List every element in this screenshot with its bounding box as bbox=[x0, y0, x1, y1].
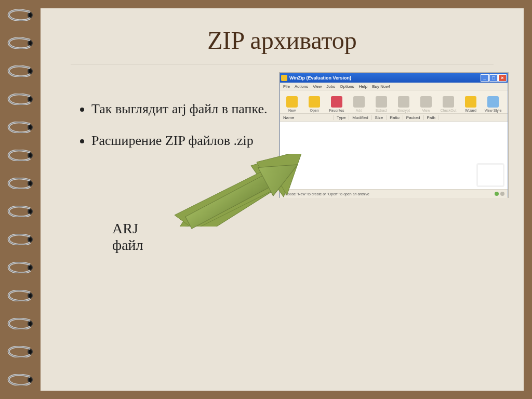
spiral-ring bbox=[4, 206, 37, 217]
column-header[interactable]: Packed bbox=[406, 115, 424, 120]
view-icon bbox=[420, 96, 432, 108]
column-header[interactable]: Ratio bbox=[390, 115, 403, 120]
extract-icon bbox=[376, 96, 387, 108]
wizard-icon bbox=[465, 96, 476, 108]
status-led-icon bbox=[500, 192, 504, 196]
close-button[interactable]: × bbox=[498, 74, 507, 82]
menu-bar[interactable]: FileActionsViewJobsOptionsHelpBuy Now! bbox=[280, 83, 508, 90]
winzip-watermark-icon bbox=[476, 163, 504, 187]
spiral-ring bbox=[4, 122, 37, 133]
svg-point-17 bbox=[29, 237, 32, 242]
menu-item[interactable]: View bbox=[313, 84, 322, 89]
minimize-button[interactable]: _ bbox=[481, 74, 489, 82]
app-icon bbox=[281, 75, 287, 81]
svg-point-11 bbox=[29, 153, 32, 157]
toolbar-label: Add bbox=[356, 109, 362, 112]
column-headers[interactable]: NameTypeModifiedSizeRatioPackedPath bbox=[280, 114, 508, 122]
svg-rect-30 bbox=[185, 175, 270, 229]
view-style-icon bbox=[487, 96, 499, 108]
svg-point-23 bbox=[29, 322, 32, 326]
toolbar-label: New bbox=[288, 109, 296, 112]
spiral-binding bbox=[0, 0, 41, 399]
spiral-ring bbox=[4, 262, 37, 273]
slide-content: Так выглядит arj файл в папке. Расширени… bbox=[41, 64, 524, 355]
new-icon bbox=[286, 96, 298, 108]
svg-point-9 bbox=[29, 125, 32, 129]
slide-body: ZIP архиватор Так выглядит arj файл в па… bbox=[41, 8, 524, 391]
bullet-list: Так выглядит arj файл в папке. Расширени… bbox=[71, 101, 289, 164]
toolbar-checkout-button: CheckOut bbox=[437, 91, 459, 113]
spiral-ring bbox=[4, 150, 37, 161]
toolbar-label: View Style bbox=[485, 109, 502, 112]
titlebar: WinZip (Evaluation Version) _ □ × bbox=[280, 73, 508, 83]
svg-point-25 bbox=[29, 350, 32, 354]
svg-point-7 bbox=[29, 97, 32, 101]
toolbar-add-button: Add bbox=[348, 91, 370, 113]
favorites-icon bbox=[331, 96, 342, 108]
spiral-ring bbox=[4, 65, 37, 77]
spiral-ring bbox=[4, 318, 37, 329]
spiral-ring bbox=[4, 374, 37, 385]
toolbar-favorites-button[interactable]: Favorites bbox=[326, 91, 348, 113]
bullet-item: Так выглядит arj файл в папке. bbox=[91, 101, 289, 118]
spiral-ring bbox=[4, 346, 37, 357]
winzip-window: WinZip (Evaluation Version) _ □ × FileAc… bbox=[280, 73, 508, 197]
svg-point-19 bbox=[29, 265, 32, 270]
toolbar-label: View bbox=[422, 109, 430, 112]
slide-title: ZIP архиватор bbox=[41, 26, 524, 55]
toolbar-label: Encrypt bbox=[397, 109, 410, 112]
spiral-ring bbox=[4, 234, 37, 245]
checkout-icon bbox=[443, 96, 454, 108]
svg-point-15 bbox=[29, 209, 32, 214]
open-icon bbox=[309, 96, 320, 108]
toolbar-new-button[interactable]: New bbox=[281, 91, 303, 113]
svg-point-1 bbox=[29, 13, 32, 17]
menu-item[interactable]: Options bbox=[340, 84, 354, 89]
spiral-ring bbox=[4, 178, 37, 189]
window-title: WinZip (Evaluation Version) bbox=[289, 75, 351, 81]
arj-caption: ARJ файл bbox=[112, 220, 143, 254]
maximize-button[interactable]: □ bbox=[489, 74, 498, 82]
status-leds bbox=[495, 192, 504, 196]
svg-point-3 bbox=[29, 41, 32, 45]
menu-item[interactable]: File bbox=[283, 84, 290, 89]
spiral-ring bbox=[4, 290, 37, 301]
toolbar-encrypt-button: Encrypt bbox=[393, 91, 415, 113]
toolbar-label: Extract bbox=[376, 109, 387, 112]
toolbar-view-button: View bbox=[415, 91, 437, 113]
svg-point-5 bbox=[29, 69, 32, 73]
slide-frame: ZIP архиватор Так выглядит arj файл в па… bbox=[0, 0, 532, 399]
status-led-icon bbox=[495, 192, 499, 196]
menu-item[interactable]: Buy Now! bbox=[372, 84, 390, 89]
toolbar-view-style-button[interactable]: View Style bbox=[482, 91, 504, 113]
bullet-item: Расширение ZIP файлов .zip bbox=[91, 132, 289, 150]
toolbar-label: Favorites bbox=[329, 109, 344, 112]
column-header[interactable]: Name bbox=[283, 115, 334, 120]
menu-item[interactable]: Jobs bbox=[326, 84, 335, 89]
svg-point-27 bbox=[29, 378, 32, 382]
add-icon bbox=[353, 96, 365, 108]
column-header[interactable]: Modified bbox=[352, 115, 371, 120]
encrypt-icon bbox=[398, 96, 409, 108]
status-bar: Choose "New" to create or "Open" to open… bbox=[280, 189, 508, 198]
spiral-ring bbox=[4, 9, 37, 21]
svg-point-13 bbox=[29, 181, 32, 185]
file-list-area bbox=[280, 122, 508, 189]
toolbar-wizard-button[interactable]: Wizard bbox=[460, 91, 482, 113]
menu-item[interactable]: Actions bbox=[295, 84, 308, 89]
toolbar-open-button[interactable]: Open bbox=[303, 91, 325, 113]
toolbar-label: Wizard bbox=[465, 109, 476, 112]
svg-point-21 bbox=[29, 294, 32, 298]
menu-item[interactable]: Help bbox=[359, 84, 367, 89]
column-header[interactable]: Path bbox=[427, 115, 439, 120]
status-text: Choose "New" to create or "Open" to open… bbox=[283, 192, 369, 196]
toolbar-extract-button: Extract bbox=[370, 91, 392, 113]
toolbar-label: Open bbox=[310, 109, 318, 112]
column-header[interactable]: Size bbox=[375, 115, 387, 120]
column-header[interactable]: Type bbox=[337, 115, 349, 120]
toolbar: NewOpenFavoritesAddExtractEncryptViewChe… bbox=[280, 90, 508, 114]
spiral-ring bbox=[4, 94, 37, 105]
spiral-ring bbox=[4, 37, 37, 49]
toolbar-label: CheckOut bbox=[440, 109, 456, 112]
